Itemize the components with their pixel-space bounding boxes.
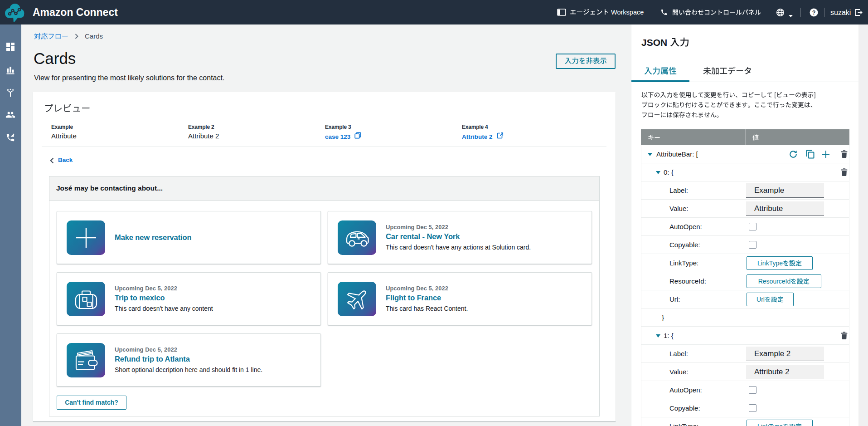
svg-text:?: ? [812, 10, 816, 16]
